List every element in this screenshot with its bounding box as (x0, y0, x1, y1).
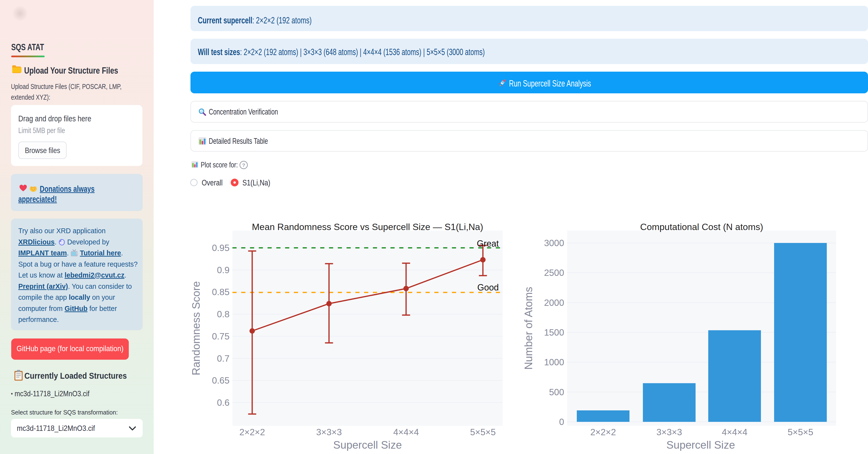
svg-text:2000: 2000 (544, 298, 564, 308)
svg-text:0.7: 0.7 (217, 354, 229, 364)
svg-text:5×5×5: 5×5×5 (788, 427, 813, 437)
svg-text:Good: Good (477, 283, 499, 292)
svg-text:3×3×3: 3×3×3 (316, 427, 342, 437)
svg-text:3000: 3000 (544, 238, 564, 248)
svg-text:Great: Great (477, 238, 499, 249)
svg-text:500: 500 (549, 387, 564, 397)
svg-text:2500: 2500 (544, 268, 564, 278)
svg-text:0.65: 0.65 (212, 376, 229, 386)
svg-text:Randomness Score: Randomness Score (190, 281, 202, 375)
svg-text:3×3×3: 3×3×3 (656, 427, 682, 437)
svg-text:1500: 1500 (544, 327, 564, 337)
svg-text:0: 0 (559, 417, 564, 427)
svg-text:Supercell Size: Supercell Size (666, 439, 735, 451)
svg-text:0.9: 0.9 (217, 265, 229, 275)
svg-text:1000: 1000 (544, 357, 564, 367)
svg-text:Computational Cost (N atoms): Computational Cost (N atoms) (640, 222, 763, 232)
svg-text:Number of Atoms: Number of Atoms (524, 287, 534, 370)
svg-text:5×5×5: 5×5×5 (470, 427, 496, 437)
svg-text:0.85: 0.85 (212, 287, 229, 297)
svg-text:0.95: 0.95 (212, 243, 229, 253)
svg-text:0.75: 0.75 (212, 331, 229, 342)
svg-text:2×2×2: 2×2×2 (590, 427, 616, 437)
svg-text:4×4×4: 4×4×4 (393, 427, 419, 437)
svg-text:4×4×4: 4×4×4 (722, 427, 747, 437)
svg-text:?: ? (242, 162, 245, 168)
svg-text:2×2×2: 2×2×2 (240, 427, 265, 437)
svg-text:0.6: 0.6 (217, 398, 229, 408)
svg-text:Supercell Size: Supercell Size (333, 439, 402, 451)
svg-text:Mean Randomness Score vs Super: Mean Randomness Score vs Supercell Size … (252, 222, 483, 232)
svg-text:0.8: 0.8 (217, 309, 229, 319)
